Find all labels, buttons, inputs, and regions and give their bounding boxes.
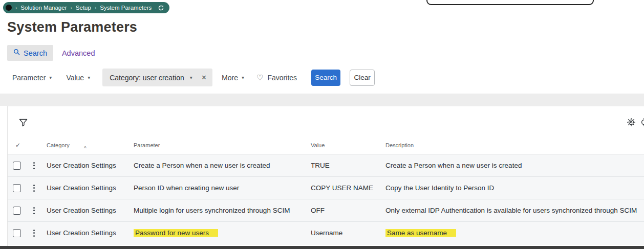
cell-category: User Creation Settings [47, 229, 134, 237]
column-header-description[interactable]: Description [385, 142, 644, 148]
breadcrumb-system-parameters[interactable]: System Parameters [100, 5, 152, 11]
refresh-icon[interactable] [158, 5, 164, 11]
chevron-down-icon: ▾ [88, 75, 90, 80]
row-menu-icon[interactable] [28, 230, 47, 237]
cell-value: COPY USER NAME [311, 184, 385, 192]
breadcrumb: › Solution Manager › Setup › System Para… [3, 2, 169, 13]
chevron-down-icon: ▾ [190, 75, 192, 80]
cutoff-popup-outline [426, 0, 594, 5]
row-menu-icon[interactable] [28, 185, 47, 192]
cell-description: Create a Person when a new user is creat… [385, 162, 644, 169]
tab-advanced[interactable]: Advanced [58, 45, 99, 61]
chevron-down-icon: ▾ [242, 75, 244, 80]
table-body: User Creation Settings Create a Person w… [8, 154, 644, 244]
parameter-dropdown-label: Parameter [12, 74, 46, 82]
tab-advanced-label: Advanced [62, 49, 95, 57]
row-checkbox[interactable] [13, 162, 21, 170]
breadcrumb-setup[interactable]: Setup [76, 5, 91, 11]
tab-search-label: Search [24, 49, 47, 57]
table-row[interactable]: User Creation Settings Multiple login fo… [8, 199, 644, 222]
home-icon[interactable] [6, 5, 12, 11]
settings-icon[interactable] [627, 118, 636, 129]
heart-icon: ♡ [256, 74, 263, 81]
cell-value: TRUE [311, 162, 385, 169]
table-row[interactable]: User Creation Settings Person ID when cr… [8, 177, 644, 199]
category-filter-chip[interactable]: Category: user creation ▾ × [102, 69, 212, 86]
value-dropdown[interactable]: Value ▾ [66, 74, 90, 82]
row-menu-icon[interactable] [28, 207, 47, 214]
row-checkbox[interactable] [13, 229, 21, 237]
cell-category: User Creation Settings [47, 162, 134, 169]
favorites-button[interactable]: ♡ Favorites [256, 74, 297, 82]
filter-bar: Parameter ▾ Value ▾ Category: user creat… [12, 68, 375, 87]
cell-parameter: Person ID when creating new user [134, 184, 311, 192]
clear-button[interactable]: Clear [350, 70, 375, 86]
row-menu-icon[interactable] [28, 162, 47, 169]
cell-parameter: Multiple login for users synchronized th… [134, 207, 311, 214]
table-header-row: ✓ Category^ Parameter Value Description [8, 136, 644, 154]
cell-category: User Creation Settings [47, 184, 134, 192]
breadcrumb-separator-icon: › [15, 5, 17, 11]
cell-parameter: Create a Person when a new user is creat… [134, 162, 311, 169]
cell-description: Only external IDP Authentication is avai… [385, 207, 644, 214]
cell-description: Copy the User Identity to Person ID [385, 184, 644, 192]
row-checkbox[interactable] [13, 207, 21, 215]
filter-icon[interactable] [19, 119, 28, 129]
remove-filter-icon[interactable]: × [202, 74, 206, 82]
more-dropdown[interactable]: More ▾ [222, 74, 244, 82]
table-row[interactable]: User Creation Settings Password for new … [8, 222, 644, 244]
category-filter-chip-label: Category: user creation [110, 74, 184, 82]
breadcrumb-solution-manager[interactable]: Solution Manager [20, 5, 67, 11]
favorites-label: Favorites [268, 74, 297, 82]
parameter-dropdown[interactable]: Parameter ▾ [12, 74, 52, 82]
search-button[interactable]: Search [311, 70, 340, 86]
cell-category: User Creation Settings [47, 207, 134, 214]
sort-ascending-icon[interactable]: ^ [84, 145, 87, 151]
search-tabs: Search Advanced [7, 45, 99, 61]
cell-value: OFF [311, 207, 385, 214]
column-header-parameter[interactable]: Parameter [134, 142, 311, 148]
breadcrumb-separator-icon: › [95, 5, 96, 11]
select-all-indicator[interactable]: ✓ [13, 142, 28, 149]
results-table-card: ✓ Category^ Parameter Value Description … [7, 106, 644, 246]
horizontal-scrollbar[interactable] [0, 246, 644, 249]
column-header-category[interactable]: Category^ [47, 142, 134, 148]
breadcrumb-separator-icon: › [71, 5, 72, 11]
search-icon [13, 49, 20, 57]
cell-value: Username [311, 229, 385, 237]
table-toolbar [8, 106, 644, 136]
value-dropdown-label: Value [66, 74, 84, 82]
chevron-down-icon: ▾ [49, 75, 52, 80]
tab-search[interactable]: Search [7, 45, 53, 61]
more-columns-icon[interactable] [639, 118, 644, 129]
more-dropdown-label: More [222, 74, 238, 82]
table-row[interactable]: User Creation Settings Create a Person w… [8, 154, 644, 177]
cell-parameter: Password for new users [134, 229, 311, 237]
section-divider-band [0, 94, 644, 106]
row-checkbox[interactable] [13, 184, 21, 192]
page-title: System Parameters [7, 19, 137, 35]
column-header-value[interactable]: Value [311, 142, 385, 148]
column-header-category-label: Category [47, 142, 70, 148]
cell-description: Same as username [385, 229, 644, 237]
